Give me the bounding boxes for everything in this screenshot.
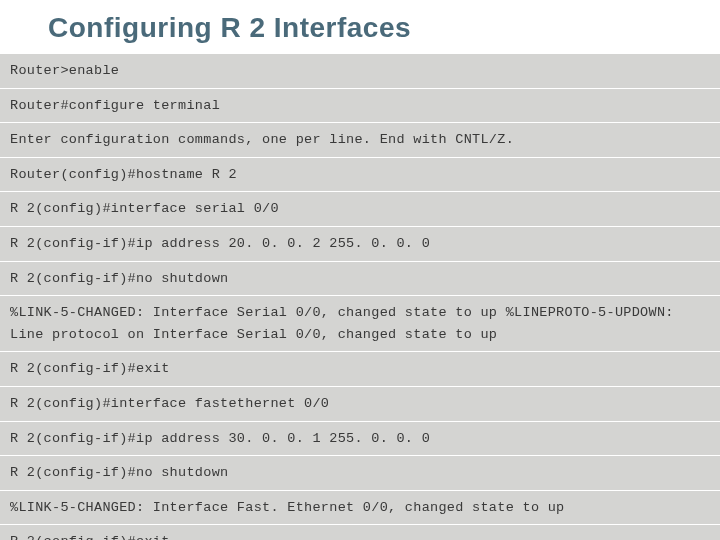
terminal-line: %LINK-5-CHANGED: Interface Fast. Etherne…: [0, 491, 720, 526]
terminal-line: R 2(config-if)#exit: [0, 525, 720, 540]
terminal-output: Router>enable Router#configure terminal …: [0, 54, 720, 540]
terminal-line: R 2(config-if)#no shutdown: [0, 262, 720, 297]
terminal-line: Enter configuration commands, one per li…: [0, 123, 720, 158]
page-title: Configuring R 2 Interfaces: [0, 0, 720, 54]
terminal-line: Router#configure terminal: [0, 89, 720, 124]
terminal-line: Router>enable: [0, 54, 720, 89]
terminal-line: Router(config)#hostname R 2: [0, 158, 720, 193]
terminal-line: R 2(config)#interface fastethernet 0/0: [0, 387, 720, 422]
terminal-line: %LINK-5-CHANGED: Interface Serial 0/0, c…: [0, 296, 720, 352]
terminal-line: R 2(config-if)#ip address 20. 0. 0. 2 25…: [0, 227, 720, 262]
terminal-line: R 2(config-if)#ip address 30. 0. 0. 1 25…: [0, 422, 720, 457]
terminal-line: R 2(config-if)#no shutdown: [0, 456, 720, 491]
terminal-line: R 2(config-if)#exit: [0, 352, 720, 387]
terminal-line: R 2(config)#interface serial 0/0: [0, 192, 720, 227]
